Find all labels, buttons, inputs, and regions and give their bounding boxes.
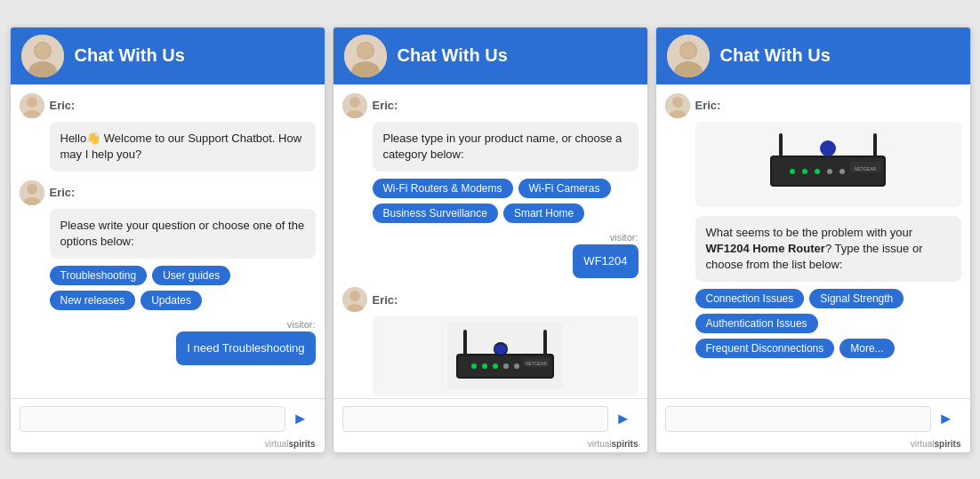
visitor-section-2: visitor: WF1204 bbox=[342, 232, 639, 278]
chip-row-2: Wi-Fi Routers & Modems Wi-Fi Cameras Bus… bbox=[373, 179, 639, 223]
svg-rect-26 bbox=[543, 330, 547, 356]
svg-rect-46 bbox=[873, 133, 877, 158]
chip-user-guides[interactable]: User guides bbox=[152, 266, 230, 285]
svg-text:NETGEAR: NETGEAR bbox=[526, 361, 548, 366]
visitor-bubble-1: I need Troubleshooting bbox=[176, 331, 315, 365]
footer-brand-1: virtualspirits bbox=[11, 439, 325, 452]
svg-point-48 bbox=[802, 169, 807, 174]
svg-point-8 bbox=[27, 184, 37, 195]
send-button-3[interactable]: ► bbox=[931, 406, 961, 432]
message-block-2: Eric: Please write your question or choo… bbox=[20, 180, 316, 310]
svg-point-28 bbox=[482, 363, 487, 369]
visitor-label-2: visitor: bbox=[610, 232, 639, 243]
chip-wifi-cameras[interactable]: Wi-Fi Cameras bbox=[518, 179, 611, 198]
chat-footer-1: ► bbox=[11, 398, 325, 439]
chat-container: Chat With Us Eric: Hello👋 Welcome to our… bbox=[3, 20, 978, 460]
chip-row-3: Connection Issues Signal Strength Authen… bbox=[695, 289, 961, 358]
message-bubble-3: Please type in your product name, or cho… bbox=[373, 122, 639, 172]
sender-name-5: Eric: bbox=[695, 99, 721, 112]
send-button-2[interactable]: ► bbox=[608, 406, 639, 432]
chip-smart-home[interactable]: Smart Home bbox=[503, 204, 584, 223]
svg-point-44 bbox=[820, 140, 836, 156]
send-button-1[interactable]: ► bbox=[285, 406, 316, 432]
router-svg-2: NETGEAR bbox=[447, 323, 563, 389]
svg-point-24 bbox=[494, 344, 507, 355]
chip-frequent-disconnections[interactable]: Frequent Disconnections bbox=[695, 339, 835, 358]
chat-widget-2: Chat With Us Eric: Please type in your p… bbox=[333, 27, 648, 453]
header-title-1: Chat With Us bbox=[75, 45, 185, 66]
chip-troubleshooting[interactable]: Troubleshooting bbox=[50, 266, 148, 285]
sender-row-3: Eric: bbox=[342, 93, 639, 118]
sender-row-4: Eric: bbox=[342, 287, 639, 312]
message-bubble-2: Please write your question or choose one… bbox=[50, 209, 316, 259]
svg-point-3 bbox=[35, 43, 51, 59]
product-text: What seems to be the problem with your bbox=[706, 226, 913, 239]
svg-point-51 bbox=[839, 169, 845, 174]
send-icon-2: ► bbox=[615, 410, 631, 427]
chip-wifi-routers[interactable]: Wi-Fi Routers & Modems bbox=[373, 179, 513, 198]
svg-point-29 bbox=[493, 363, 498, 369]
message-block-5: Eric: bbox=[665, 93, 961, 359]
message-block-4: Eric: bbox=[342, 287, 639, 396]
svg-rect-25 bbox=[463, 330, 467, 356]
product-bold: WF1204 Home Router bbox=[706, 242, 825, 255]
chat-widget-3: Chat With Us Eric: bbox=[655, 27, 971, 453]
message-bubble-1: Hello👋 Welcome to our Support Chatbot. H… bbox=[50, 122, 316, 172]
chip-row-1: Troubleshooting User guides New releases… bbox=[50, 266, 316, 310]
chip-more[interactable]: More... bbox=[839, 339, 894, 358]
chat-footer-3: ► bbox=[656, 398, 970, 439]
chat-body-1[interactable]: Eric: Hello👋 Welcome to our Support Chat… bbox=[11, 84, 325, 398]
sender-avatar-1 bbox=[20, 93, 44, 118]
visitor-label-1: visitor: bbox=[287, 319, 316, 330]
chip-signal-strength[interactable]: Signal Strength bbox=[809, 289, 904, 308]
chat-input-1[interactable] bbox=[20, 406, 285, 432]
svg-point-27 bbox=[471, 363, 477, 369]
chat-header-3: Chat With Us bbox=[656, 28, 970, 84]
chip-new-releases[interactable]: New releases bbox=[50, 291, 136, 310]
chat-body-3[interactable]: Eric: bbox=[656, 84, 970, 398]
svg-point-50 bbox=[827, 169, 832, 174]
sender-name-4: Eric: bbox=[373, 293, 398, 307]
message-bubble-5: What seems to be the problem with your W… bbox=[695, 216, 961, 283]
sender-avatar-4 bbox=[342, 287, 367, 312]
svg-point-47 bbox=[790, 169, 795, 174]
avatar-3 bbox=[667, 35, 710, 77]
chip-business-surveillance[interactable]: Business Surveillance bbox=[373, 204, 498, 223]
visitor-bubble-2: WF1204 bbox=[573, 244, 638, 278]
router-image-container-2: NETGEAR bbox=[373, 315, 639, 396]
svg-point-39 bbox=[672, 97, 683, 108]
chat-input-3[interactable] bbox=[665, 406, 931, 432]
router-svg-3: NETGEAR bbox=[766, 129, 890, 200]
avatar-2 bbox=[344, 35, 387, 77]
message-block-1: Eric: Hello👋 Welcome to our Support Chat… bbox=[20, 93, 316, 172]
sender-name-2: Eric: bbox=[50, 186, 76, 199]
chip-auth-issues[interactable]: Authentication Issues bbox=[695, 314, 818, 333]
sender-row-2: Eric: bbox=[20, 180, 316, 205]
chat-input-2[interactable] bbox=[342, 406, 608, 432]
svg-point-15 bbox=[349, 97, 360, 108]
message-block-3: Eric: Please type in your product name, … bbox=[342, 93, 639, 223]
svg-point-30 bbox=[503, 363, 509, 369]
sender-row-5: Eric: bbox=[665, 93, 961, 118]
sender-name-1: Eric: bbox=[50, 99, 76, 112]
sender-row-1: Eric: bbox=[20, 93, 316, 118]
router-image-container-3: NETGEAR bbox=[695, 122, 961, 207]
chip-connection-issues[interactable]: Connection Issues bbox=[695, 289, 805, 308]
header-title-2: Chat With Us bbox=[398, 45, 508, 66]
visitor-section-1: visitor: I need Troubleshooting bbox=[20, 319, 316, 365]
sender-name-3: Eric: bbox=[373, 99, 398, 112]
avatar-1 bbox=[21, 35, 64, 77]
chip-updates[interactable]: Updates bbox=[141, 291, 202, 310]
chat-footer-2: ► bbox=[333, 398, 647, 439]
send-icon-1: ► bbox=[293, 410, 309, 427]
svg-point-37 bbox=[680, 43, 696, 59]
chat-header-2: Chat With Us bbox=[333, 28, 647, 84]
chat-header-1: Chat With Us bbox=[11, 28, 325, 84]
footer-brand-3: virtualspirits bbox=[656, 439, 970, 452]
svg-point-49 bbox=[815, 169, 820, 174]
chat-widget-1: Chat With Us Eric: Hello👋 Welcome to our… bbox=[10, 27, 325, 453]
svg-text:NETGEAR: NETGEAR bbox=[855, 166, 877, 172]
svg-rect-45 bbox=[779, 133, 783, 158]
chat-body-2[interactable]: Eric: Please type in your product name, … bbox=[333, 84, 647, 398]
footer-brand-2: virtualspirits bbox=[333, 439, 647, 452]
